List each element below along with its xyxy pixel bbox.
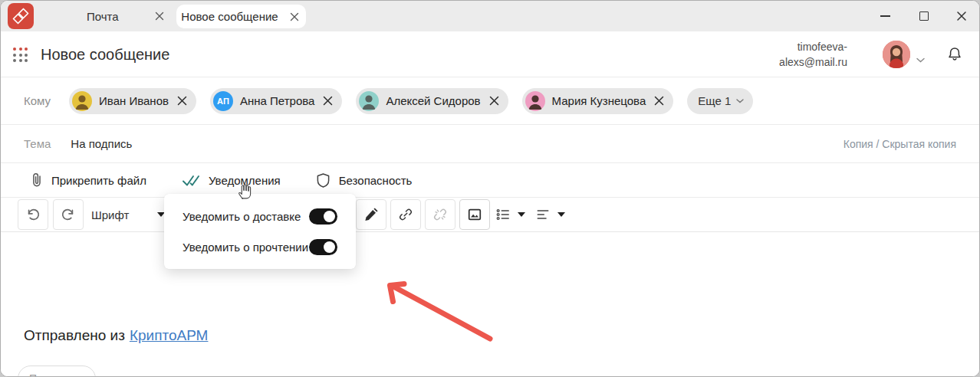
text-align-button[interactable] [535,199,565,230]
shield-icon [316,172,331,188]
highlight-pen-button[interactable] [356,199,386,230]
notify-read-label: Уведомить о прочтении [183,241,308,254]
format-toolbar: Шрифт [1,198,979,232]
cc-bcc-link[interactable]: Копия / Скрытая копия [844,138,956,150]
recipient-name: Алексей Сидоров [386,94,480,107]
remove-recipient-icon[interactable] [177,96,187,106]
list-style-button[interactable] [495,199,525,230]
tab-new-message[interactable]: Новое сообщение [176,5,306,28]
actions-row: Прикрепить файл Уведомления Безопасность [1,163,979,198]
apps-grid-icon[interactable] [13,48,28,63]
more-recipients-button[interactable]: Еще 1 [687,88,753,114]
undo-icon [25,207,41,222]
insert-image-button[interactable] [459,199,490,230]
recipient-avatar-initials: АП [213,91,233,111]
chevron-down-icon [736,99,744,103]
app-window: Почта Новое сообщение Новое сообщение ti… [0,0,980,377]
subject-label: Тема [24,137,51,150]
paperclip-icon [30,172,43,188]
font-select[interactable]: Шрифт [91,199,165,230]
recipient-name: Иван Иванов [99,94,169,107]
subject-row: Тема На подпись Копия / Скрытая копия [1,125,979,163]
recipient-chip-maria[interactable]: Мария Кузнецова [522,88,674,114]
redo-button[interactable] [53,199,84,230]
message-body[interactable]: Отправлено изКриптоАРМ Подпись [1,232,979,376]
app-logo-icon[interactable] [8,3,34,29]
recipient-chips: Иван Иванов АП Анна Петрова Алексей Сидо… [69,88,753,114]
align-text-icon [535,207,551,222]
titlebar: Почта Новое сообщение [1,1,979,31]
signature-button[interactable]: Подпись [18,366,96,377]
more-recipients-label: Еще 1 [698,94,731,107]
recipient-chip-alexey[interactable]: Алексей Сидоров [356,88,508,114]
attach-file-label: Прикрепить файл [51,174,146,187]
notifications-button[interactable]: Уведомления [182,173,281,187]
undo-button[interactable] [18,199,48,230]
sent-from-line: Отправлено изКриптоАРМ [24,327,208,344]
account-email: timofeeva- alexs@mail.ru [779,39,847,70]
notifications-bell-icon[interactable] [945,45,964,67]
security-button[interactable]: Безопасность [316,172,413,188]
font-select-label: Шрифт [91,208,129,221]
double-check-icon [182,173,200,187]
recipient-avatar [72,91,92,111]
page-title: Новое сообщение [41,31,169,77]
recipients-row: Кому Иван Иванов АП Анна Петрова [1,77,979,125]
recipient-name: Анна Петрова [240,94,314,107]
unlink-icon [432,207,448,222]
tab-mail-label: Почта [87,10,119,23]
sent-from-text: Отправлено из [24,327,125,343]
remove-recipient-icon[interactable] [323,96,333,106]
recipient-chip-ivan[interactable]: Иван Иванов [69,88,196,114]
attach-file-button[interactable]: Прикрепить файл [30,172,146,188]
tab-new-message-close-icon[interactable] [288,10,301,24]
insert-link-button[interactable] [390,199,421,230]
tab-new-message-label: Новое сообщение [181,10,278,23]
image-icon [467,207,482,222]
remove-recipient-icon[interactable] [489,96,499,106]
maximize-icon [919,11,929,21]
recipient-avatar [525,91,545,111]
window-close-button[interactable] [951,5,972,27]
security-label: Безопасность [339,174,413,187]
to-label: Кому [24,94,51,107]
link-icon [398,207,413,222]
signature-label: Подпись [29,372,71,377]
notifications-dropdown: Уведомить о доставке Уведомить о прочтен… [164,194,356,269]
account-avatar[interactable] [883,41,910,68]
tab-mail-close-icon[interactable] [153,9,166,23]
notify-delivery-label: Уведомить о доставке [183,210,301,223]
chevron-down-icon [518,212,525,217]
recipient-avatar [359,91,379,111]
close-icon [956,11,967,21]
notify-read-toggle[interactable] [309,239,337,255]
window-maximize-button[interactable] [913,5,935,27]
account-email-line2: alexs@mail.ru [779,54,847,70]
recipient-name: Мария Кузнецова [552,94,646,107]
account-email-line1: timofeeva- [779,39,847,54]
header: Новое сообщение timofeeva- alexs@mail.ru [1,31,979,77]
notify-delivery-toggle[interactable] [309,208,337,225]
cryptoarm-link[interactable]: КриптоАРМ [130,327,209,343]
redo-icon [61,207,76,222]
recipient-chip-anna[interactable]: АП Анна Петрова [210,88,342,114]
pen-icon [363,207,379,222]
window-minimize-button[interactable] [874,5,896,27]
notifications-label: Уведомления [209,174,281,187]
remove-recipient-icon[interactable] [654,96,664,106]
subject-input[interactable]: На подпись [71,137,132,150]
remove-link-button[interactable] [425,199,455,230]
minimize-icon [880,15,890,17]
notify-delivery-item[interactable]: Уведомить о доставке [164,201,356,231]
account-chevron-down-icon[interactable] [916,52,925,66]
chevron-down-icon [557,212,565,217]
bulleted-list-icon [495,207,511,222]
notify-read-item[interactable]: Уведомить о прочтении [164,231,356,262]
tab-mail[interactable]: Почта [77,1,171,31]
